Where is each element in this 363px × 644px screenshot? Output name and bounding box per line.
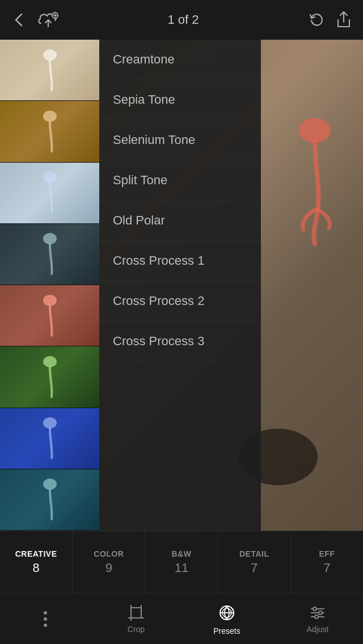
thumbnail-5[interactable] bbox=[0, 285, 99, 346]
share-button[interactable] bbox=[336, 11, 352, 29]
undo-button[interactable] bbox=[307, 11, 324, 28]
svg-point-26 bbox=[319, 611, 322, 615]
cloud-upload-button[interactable] bbox=[37, 11, 59, 29]
preset-cross-process-1[interactable]: Cross Process 1 bbox=[99, 241, 261, 281]
presets-label: Presets bbox=[213, 626, 240, 635]
preset-cross-process-2[interactable]: Cross Process 2 bbox=[99, 281, 261, 321]
preset-dropdown: Creamtone Sepia Tone Selenium Tone Split… bbox=[99, 40, 261, 531]
nav-more[interactable] bbox=[23, 605, 68, 633]
svg-rect-13 bbox=[131, 608, 141, 618]
bottom-navigation: Crop Presets Adjust bbox=[0, 593, 363, 644]
thumbnail-4[interactable] bbox=[0, 224, 99, 285]
tab-creative[interactable]: CREATIVE 8 bbox=[0, 531, 73, 593]
thumbnail-6[interactable] bbox=[0, 346, 99, 408]
preset-split-tone[interactable]: Split Tone bbox=[99, 160, 261, 201]
tab-detail-count: 7 bbox=[251, 561, 258, 575]
thumbnail-2[interactable] bbox=[0, 101, 99, 162]
preset-old-polar[interactable]: Old Polar bbox=[99, 201, 261, 241]
tab-color[interactable]: COLOR 9 bbox=[73, 531, 145, 593]
tab-bw-label: B&W bbox=[172, 549, 192, 558]
tab-effects-count: 7 bbox=[323, 561, 330, 575]
adjust-label: Adjust bbox=[307, 625, 329, 634]
svg-point-8 bbox=[43, 233, 57, 244]
svg-point-27 bbox=[315, 615, 318, 618]
svg-point-9 bbox=[43, 295, 57, 306]
presets-icon bbox=[217, 603, 237, 623]
crop-label: Crop bbox=[128, 625, 145, 634]
tab-detail[interactable]: DETAIL 7 bbox=[218, 531, 291, 593]
tab-bw-count: 11 bbox=[175, 561, 188, 575]
nav-adjust[interactable]: Adjust bbox=[295, 604, 340, 634]
preset-sepia-tone[interactable]: Sepia Tone bbox=[99, 80, 261, 120]
svg-point-10 bbox=[43, 356, 57, 367]
top-bar-left bbox=[11, 11, 59, 29]
more-dots-icon bbox=[38, 605, 53, 633]
top-bar: 1 of 2 bbox=[0, 0, 363, 40]
nav-presets[interactable]: Presets bbox=[204, 603, 250, 635]
top-bar-right bbox=[307, 11, 352, 29]
svg-point-11 bbox=[43, 417, 57, 429]
thumbnail-3[interactable] bbox=[0, 163, 99, 224]
thumbnail-7[interactable] bbox=[0, 408, 99, 469]
back-button[interactable] bbox=[11, 12, 27, 28]
tab-creative-label: CREATIVE bbox=[15, 549, 57, 558]
tab-effects-label: EFF bbox=[319, 549, 335, 558]
svg-point-25 bbox=[313, 607, 316, 611]
nav-crop[interactable]: Crop bbox=[113, 604, 159, 634]
svg-point-4 bbox=[299, 118, 331, 143]
tab-creative-count: 8 bbox=[32, 561, 39, 575]
svg-point-7 bbox=[43, 172, 57, 183]
preset-cross-process-3[interactable]: Cross Process 3 bbox=[99, 321, 261, 362]
tab-color-label: COLOR bbox=[94, 549, 124, 558]
preset-creamtone[interactable]: Creamtone bbox=[99, 40, 261, 80]
image-counter: 1 of 2 bbox=[167, 12, 199, 27]
crop-icon bbox=[128, 604, 145, 621]
tab-detail-label: DETAIL bbox=[239, 549, 269, 558]
tab-effects[interactable]: EFF 7 bbox=[291, 531, 363, 593]
thumbnail-1[interactable] bbox=[0, 40, 99, 101]
filter-tabs: CREATIVE 8 COLOR 9 B&W 11 DETAIL 7 EFF 7 bbox=[0, 531, 363, 593]
adjust-icon bbox=[309, 604, 326, 621]
svg-point-12 bbox=[43, 478, 57, 490]
tab-bw[interactable]: B&W 11 bbox=[145, 531, 218, 593]
thumbnail-8[interactable] bbox=[0, 469, 99, 531]
thumbnail-strip bbox=[0, 40, 99, 531]
svg-point-6 bbox=[43, 111, 57, 122]
tab-color-count: 9 bbox=[105, 561, 112, 575]
flamingo-silhouette bbox=[284, 96, 346, 255]
svg-point-5 bbox=[43, 49, 57, 61]
preset-selenium-tone[interactable]: Selenium Tone bbox=[99, 120, 261, 160]
